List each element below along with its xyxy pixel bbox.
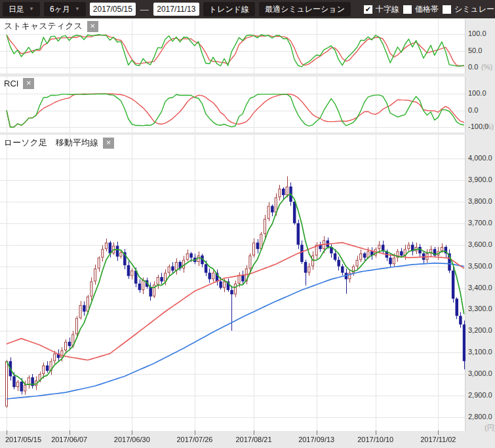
crosshair-checkbox[interactable]: ✔ 十字線 <box>364 4 399 15</box>
close-icon[interactable]: × <box>103 138 114 149</box>
stochastics-axis-unit: (%) <box>481 63 492 71</box>
trendline-button[interactable]: トレンド線 <box>203 2 255 16</box>
price-chart[interactable] <box>0 135 465 431</box>
y-axis-label: -100.0 <box>468 122 488 130</box>
y-axis-label: 3,800.0 <box>468 197 492 205</box>
y-axis-label: 100.0 <box>468 89 486 97</box>
x-axis-tick <box>69 430 70 435</box>
x-axis-label: 2017/07/26 <box>176 436 212 443</box>
y-axis-label: 4,000.0 <box>468 154 492 162</box>
x-axis-tick <box>7 430 7 435</box>
price-band-checkbox-label: 価格帯 <box>415 4 439 15</box>
y-axis-label: 0.0 <box>468 63 478 71</box>
x-axis-tick <box>195 430 195 435</box>
x-axis-tick <box>132 430 132 435</box>
y-axis-label: 3,300.0 <box>468 305 492 312</box>
rci-panel-header: RCI × <box>4 78 34 89</box>
crosshair-checkbox-label: 十字線 <box>376 4 399 15</box>
simulation-checkbox[interactable]: シミュレーション <box>443 4 495 15</box>
stochastics-panel-title: ストキャスティクス <box>4 20 83 32</box>
timeframe-dropdown-label: 日足 <box>9 2 24 16</box>
y-axis-label: 3,600.0 <box>468 240 492 248</box>
y-axis-label: 3,500.0 <box>468 262 492 270</box>
x-axis-label: 2017/10/10 <box>357 436 393 443</box>
y-axis-label: 3,400.0 <box>468 284 492 291</box>
y-axis-label: 3,700.0 <box>468 219 492 227</box>
x-axis-label: 2017/09/13 <box>298 436 334 443</box>
x-axis-label: 2017/11/02 <box>420 436 456 443</box>
x-axis-tick <box>376 430 376 435</box>
price-axis-unit: (円) <box>485 423 495 433</box>
chevron-down-icon: ▼ <box>75 2 80 16</box>
timeframe-dropdown[interactable]: 日足 ▼ <box>3 2 40 16</box>
y-axis-label: 50.0 <box>468 47 482 54</box>
range-dropdown-label: 6ヶ月 <box>50 2 70 16</box>
x-axis-label: 2017/06/07 <box>51 436 87 443</box>
close-icon[interactable]: × <box>23 78 34 89</box>
y-axis-label: 3,000.0 <box>468 369 492 377</box>
price-panel-title: ローソク足 移動平均線 <box>4 137 98 149</box>
price-band-checkbox[interactable]: 価格帯 <box>403 4 439 15</box>
y-axis-label: 0.0 <box>468 106 478 114</box>
stochastics-panel-header: ストキャスティクス × <box>4 20 98 32</box>
checkbox-unchecked-icon <box>443 5 451 14</box>
y-axis-label: 2,800.0 <box>468 413 492 420</box>
chevron-down-icon: ▼ <box>29 2 34 16</box>
date-range-separator: — <box>140 5 149 14</box>
x-axis-tick <box>317 430 317 435</box>
x-axis-label: 2017/08/21 <box>235 436 271 443</box>
x-axis-tick <box>254 430 254 435</box>
rci-panel-title: RCI <box>4 79 18 88</box>
x-axis-label: 2017/06/30 <box>114 436 150 443</box>
y-axis-label: 2,900.0 <box>468 391 492 399</box>
optimal-simulation-button[interactable]: 最適シミュレーション <box>259 2 351 16</box>
close-icon[interactable]: × <box>87 21 98 32</box>
y-axis-label: 3,200.0 <box>468 326 492 334</box>
x-axis-label: 2017/05/15 <box>5 436 41 443</box>
date-to-input[interactable] <box>153 3 199 16</box>
y-axis-label: 100.0 <box>468 29 486 37</box>
rci-chart[interactable] <box>0 77 465 132</box>
price-panel-header: ローソク足 移動平均線 × <box>4 137 114 149</box>
checkbox-unchecked-icon <box>403 5 412 14</box>
x-axis-tick <box>438 430 439 435</box>
y-axis-label: 3,900.0 <box>468 176 492 183</box>
y-axis-label: 3,100.0 <box>468 348 492 356</box>
toolbar: 日足 ▼ 6ヶ月 ▼ — トレンド線 最適シミュレーション ✔ 十字線 価格帯 … <box>0 0 495 18</box>
simulation-checkbox-label: シミュレーション <box>454 4 495 15</box>
range-dropdown[interactable]: 6ヶ月 ▼ <box>44 2 86 16</box>
checkbox-checked-icon: ✔ <box>364 5 372 14</box>
date-from-input[interactable] <box>90 3 136 16</box>
